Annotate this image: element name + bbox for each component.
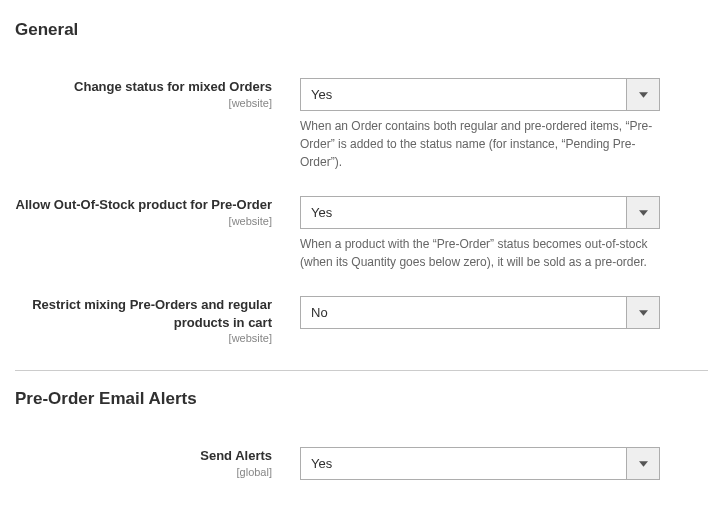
field-scope: [website] (15, 332, 272, 344)
change-status-select[interactable]: Yes (300, 78, 660, 111)
field-control-col: Yes When a product with the “Pre-Order” … (300, 196, 660, 271)
section-general: General Change status for mixed Orders [… (15, 20, 708, 352)
field-row-send-alerts: Send Alerts [global] Yes (15, 447, 708, 480)
field-row-restrict-mixing: Restrict mixing Pre-Orders and regular p… (15, 296, 708, 344)
field-label: Restrict mixing Pre-Orders and regular p… (15, 296, 272, 331)
field-scope: [website] (15, 97, 272, 109)
field-label: Allow Out-Of-Stock product for Pre-Order (15, 196, 272, 214)
field-label: Send Alerts (15, 447, 272, 465)
section-divider (15, 370, 708, 371)
field-note: When a product with the “Pre-Order” stat… (300, 235, 660, 271)
field-control-col: No (300, 296, 660, 344)
field-label: Change status for mixed Orders (15, 78, 272, 96)
select-value: Yes (301, 448, 626, 479)
field-row-allow-oos: Allow Out-Of-Stock product for Pre-Order… (15, 196, 708, 271)
field-label-col: Allow Out-Of-Stock product for Pre-Order… (15, 196, 300, 271)
section-email-alerts: Pre-Order Email Alerts Send Alerts [glob… (15, 389, 708, 488)
select-value: Yes (301, 197, 626, 228)
field-label-col: Restrict mixing Pre-Orders and regular p… (15, 296, 300, 344)
chevron-down-icon (626, 297, 659, 328)
chevron-down-icon (626, 448, 659, 479)
chevron-down-icon (626, 197, 659, 228)
select-value: No (301, 297, 626, 328)
allow-oos-select[interactable]: Yes (300, 196, 660, 229)
field-control-col: Yes (300, 447, 660, 480)
send-alerts-select[interactable]: Yes (300, 447, 660, 480)
field-row-change-status: Change status for mixed Orders [website]… (15, 78, 708, 171)
section-title-email-alerts: Pre-Order Email Alerts (15, 389, 708, 419)
field-label-col: Change status for mixed Orders [website] (15, 78, 300, 171)
field-note: When an Order contains both regular and … (300, 117, 660, 171)
field-scope: [global] (15, 466, 272, 478)
select-value: Yes (301, 79, 626, 110)
section-title-general: General (15, 20, 708, 50)
field-scope: [website] (15, 215, 272, 227)
restrict-mixing-select[interactable]: No (300, 296, 660, 329)
field-control-col: Yes When an Order contains both regular … (300, 78, 660, 171)
chevron-down-icon (626, 79, 659, 110)
field-label-col: Send Alerts [global] (15, 447, 300, 480)
